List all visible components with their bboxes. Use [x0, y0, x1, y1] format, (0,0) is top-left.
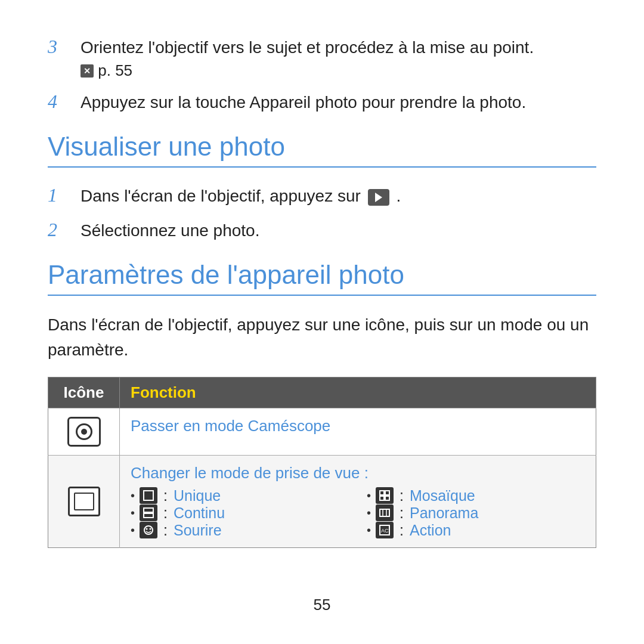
- params-table: Icône Fonction Passer en mod: [48, 377, 596, 548]
- step-4-text: Appuyez sur la touche Appareil photo pou…: [80, 91, 526, 114]
- camera-lens-icon: [76, 423, 92, 440]
- play-button-icon: [368, 189, 389, 206]
- mode-continu: • : Continu: [131, 504, 349, 522]
- svg-text:ACT: ACT: [381, 528, 390, 534]
- svg-point-5: [150, 528, 151, 530]
- mosaique-icon: [376, 487, 394, 504]
- svg-point-4: [146, 528, 148, 530]
- mode-grid: • : Unique •: [131, 487, 585, 539]
- svg-rect-7: [385, 491, 389, 495]
- section1-step1-text: Dans l'écran de l'objectif, appuyez sur …: [80, 184, 401, 208]
- table-cell-view-icon: [48, 455, 120, 547]
- section2-body: Dans l'écran de l'objectif, appuyez sur …: [48, 312, 596, 363]
- section1-step-1: 1 Dans l'écran de l'objectif, appuyez su…: [48, 184, 596, 208]
- mode-unique-label: Unique: [174, 487, 221, 504]
- unique-icon: [140, 487, 157, 504]
- section-visualiser: Visualiser une photo 1 Dans l'écran de l…: [48, 132, 596, 242]
- section2-title: Paramètres de l'appareil photo: [48, 260, 596, 290]
- table-row-camera: Passer en mode Caméscope: [48, 408, 596, 455]
- svg-rect-2: [144, 513, 153, 518]
- svg-point-3: [144, 526, 153, 534]
- table-header-icone: Icône: [48, 377, 120, 408]
- table-cell-view-function: Changer le mode de prise de vue : • :: [120, 455, 596, 547]
- svg-rect-10: [380, 509, 389, 516]
- section1-divider: [48, 166, 596, 168]
- modes-left-col: • : Unique •: [131, 487, 349, 539]
- page-number: 55: [314, 596, 331, 614]
- step-4: 4 Appuyez sur la touche Appareil photo p…: [48, 91, 596, 114]
- section1-step2-text: Sélectionnez une photo.: [80, 219, 259, 242]
- camera-mode-icon: [67, 417, 101, 447]
- mode-action-label: Action: [410, 522, 451, 539]
- modes-right-col: • :: [367, 487, 585, 539]
- action-icon: ACT: [376, 522, 394, 538]
- section2-divider: [48, 295, 596, 296]
- svg-rect-9: [385, 496, 389, 500]
- page-content: 3 Orientez l'objectif vers le sujet et p…: [0, 0, 644, 644]
- sourire-icon: [140, 522, 157, 538]
- continu-icon: [140, 504, 157, 521]
- table-header-row: Icône Fonction: [48, 377, 596, 408]
- step-4-number: 4: [48, 91, 80, 113]
- mode-sourire-label: Sourire: [174, 522, 222, 539]
- step-3-text: Orientez l'objectif vers le sujet et pro…: [80, 36, 534, 59]
- view-frame-icon: [74, 493, 94, 510]
- mode-action: • ACT : Action: [367, 522, 585, 539]
- mode-mosaique-label: Mosaïque: [410, 487, 475, 504]
- view-function-title: Changer le mode de prise de vue :: [131, 464, 369, 482]
- mode-sourire: • :: [131, 522, 349, 539]
- svg-rect-8: [380, 496, 384, 500]
- step-3-ref: ✕ p. 55: [80, 61, 534, 80]
- section-parametres: Paramètres de l'appareil photo Dans l'éc…: [48, 260, 596, 548]
- camera-function-text: Passer en mode Caméscope: [131, 417, 330, 435]
- svg-rect-0: [144, 491, 153, 500]
- table-row-view: Changer le mode de prise de vue : • :: [48, 455, 596, 547]
- panorama-icon: [376, 504, 394, 521]
- svg-rect-1: [144, 508, 153, 512]
- step-3-number: 3: [48, 36, 80, 58]
- section1-step-2: 2 Sélectionnez une photo.: [48, 219, 596, 242]
- step-3: 3 Orientez l'objectif vers le sujet et p…: [48, 36, 596, 80]
- view-mode-icon: [68, 487, 100, 516]
- section1-title: Visualiser une photo: [48, 132, 596, 162]
- table-cell-camera-icon: [48, 408, 120, 455]
- mode-panorama: • : Panorama: [367, 504, 585, 522]
- mode-unique: • : Unique: [131, 487, 349, 504]
- svg-rect-6: [380, 491, 384, 495]
- table-header-fonction: Fonction: [120, 377, 596, 408]
- mode-continu-label: Continu: [174, 504, 225, 522]
- mode-mosaique: • :: [367, 487, 585, 504]
- cross-ref-icon: ✕: [80, 64, 94, 78]
- section1-step1-number: 1: [48, 184, 80, 206]
- mode-panorama-label: Panorama: [410, 504, 478, 522]
- table-cell-camera-function: Passer en mode Caméscope: [120, 408, 596, 455]
- section1-step2-number: 2: [48, 219, 80, 241]
